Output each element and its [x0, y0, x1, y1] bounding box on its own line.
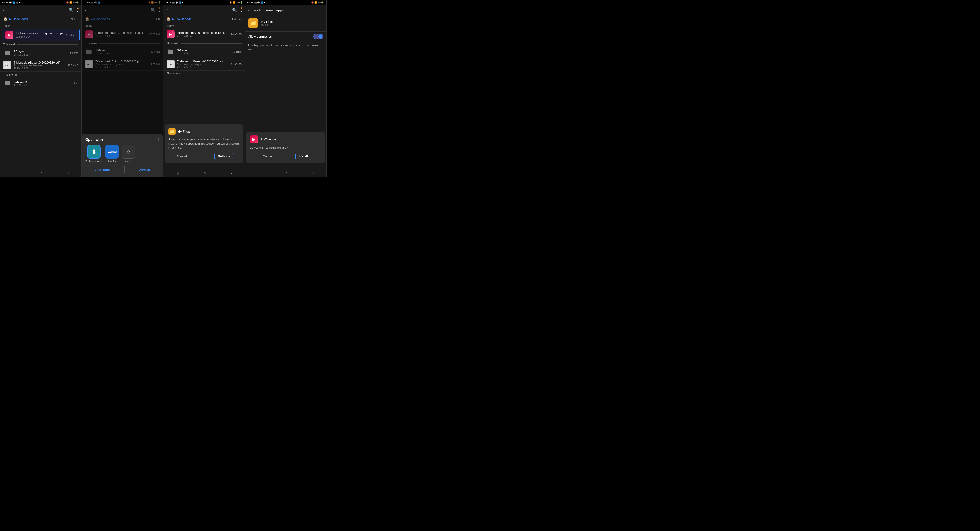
open-with-buttons: Just once Always	[85, 166, 159, 173]
pdf-size-1: 11.33 MB	[68, 64, 78, 67]
jio-install-dialog: ▶ JioCinema Do you want to install this …	[247, 132, 325, 163]
apkextract-item-1[interactable]: Apk extract 15 Feb 20:15 1 item	[0, 77, 81, 89]
pdf-date-1: 22 Feb 22:02	[14, 67, 68, 70]
terabox-option[interactable]: 1024GB TeraBox	[105, 145, 119, 163]
nav-recents-1[interactable]: |||	[13, 171, 15, 175]
myfiles-app-name: My Files	[261, 20, 273, 24]
pdf-item-3[interactable]: PDF 7-ManuskripBuku...0-20200320.pdf Fro…	[163, 58, 245, 70]
jio-play-icon-1: ▶	[8, 33, 11, 37]
jio-dialog-buttons: Cancel Install	[250, 153, 321, 160]
home-icon-3[interactable]: 🏠	[167, 17, 171, 21]
splayer-item-1[interactable]: SPlayer 24 Feb 23:01 30 items	[0, 47, 81, 59]
nav-bar-4: ||| ○ ‹	[245, 169, 326, 177]
back-button-1[interactable]: ‹	[3, 8, 5, 13]
status-icons-1: 🔕 📶 80%🔋	[66, 2, 79, 4]
home-icon-1[interactable]: 🏠	[3, 17, 8, 21]
myfiles-dialog-title: My Files	[177, 130, 190, 134]
jio-install-button[interactable]: Install	[295, 153, 311, 160]
downloads-label-1[interactable]: Downloads	[13, 17, 67, 21]
varlens-icon: ◇	[122, 145, 135, 159]
nav-home-3[interactable]: ○	[204, 171, 206, 175]
nav-back-1[interactable]: ‹	[68, 171, 69, 175]
security-dialog: 📁 My Files For your security, your phone…	[165, 124, 243, 163]
apkextract-info-1: Apk extract 15 Feb 20:15	[14, 80, 72, 86]
myfiles-app-icon: 📁	[248, 18, 258, 28]
status-bar-1: 01:05 💬 📘 📷 • 🔕 📶 80%🔋	[0, 0, 81, 5]
terabox-icon: 1024GB	[105, 145, 119, 159]
allow-permission-toggle[interactable]	[313, 34, 323, 39]
nav-bar-3: ||| ○ ‹	[163, 169, 245, 177]
just-once-button[interactable]: Just once	[90, 166, 114, 173]
apkextract-count-1: 1 item	[72, 82, 78, 85]
status-time-1: 01:05 💬 📘 📷 •	[2, 2, 20, 4]
section-month-1: This month	[0, 72, 81, 77]
downloads-label-3[interactable]: Downloads	[176, 17, 230, 21]
jio-file-item-1[interactable]: ▶ jiocinema-movies...-originals-bxr.apk …	[2, 29, 80, 41]
jio-file-icon-1: ▶	[5, 31, 13, 39]
nav-home-4[interactable]: ○	[285, 171, 288, 175]
toggle-knob	[318, 35, 322, 38]
install-unknown-back[interactable]: ‹	[248, 8, 250, 13]
jio-dialog-icon: ▶	[250, 135, 258, 144]
nav-recents-4[interactable]: |||	[258, 171, 260, 175]
permission-row: Allow permission	[245, 31, 326, 41]
myfiles-app-row: 📁 My Files 15.0.06.3	[245, 15, 326, 31]
panel-2: 01:05 📷 💬 📘 • 🔕 📶 80%🔋 ‹ 🔍 🏠 ▶	[82, 0, 163, 177]
jio-file-name-1: jiocinema-movies...-originals-bxr.apk	[16, 32, 65, 35]
nav-recents-3[interactable]: |||	[176, 171, 178, 175]
today-label-1: Today	[3, 24, 10, 27]
nav-bar-1: ||| ○ ‹	[0, 169, 81, 177]
top-icons-1: 🔍	[69, 8, 78, 13]
section-week-1: This week	[0, 41, 81, 47]
downloads-size-1: 1.76 GB	[68, 18, 78, 21]
package-installer-option[interactable]: ⬇ Package installer	[85, 145, 103, 163]
splayer-item-3[interactable]: SPlayer 24 Feb 23:01 30 items	[163, 46, 245, 58]
panel-4: 01:05 📷 💬 📘 • 🔕 📶 80%🔋 ‹ Install unknown…	[245, 0, 327, 177]
open-with-sheet: Open with ℹ ⬇ Package installer 1024GB T…	[82, 134, 163, 177]
security-dialog-buttons: Cancel | Settings	[168, 153, 240, 160]
app-options: ⬇ Package installer 1024GB TeraBox ◇ Var…	[85, 145, 159, 163]
security-settings-button[interactable]: Settings	[215, 153, 234, 160]
week-label-1: This week	[3, 43, 16, 46]
package-installer-label: Package installer	[85, 160, 103, 163]
install-unknown-top-bar: ‹ Install unknown apps	[245, 5, 326, 15]
nav-home-1[interactable]: ○	[40, 171, 43, 175]
jio-dialog-body: Do you want to install this app?	[250, 146, 321, 150]
splayer-info-1: SPlayer 24 Feb 23:01	[14, 50, 69, 56]
pdf-source-1: From: www.researchgate.net	[14, 64, 68, 67]
breadcrumb-arrow-1: ▶	[9, 18, 11, 21]
myfiles-icon-dialog: 📁	[168, 128, 176, 135]
security-dialog-body: For your security, your phone currently …	[168, 137, 240, 150]
nav-back-4[interactable]: ‹	[313, 171, 314, 175]
varlens-option[interactable]: ◇ Varlens	[122, 145, 135, 163]
package-installer-icon: ⬇	[87, 145, 101, 159]
security-cancel-button[interactable]: Cancel	[174, 153, 190, 159]
apkextract-icon-1	[3, 79, 11, 87]
section-today-1: Today	[0, 23, 81, 29]
install-unknown-warning: Installing apps from this source may put…	[245, 41, 326, 53]
pdf-info-1: 7-ManuskripBuku...0-20200320.pdf From: w…	[14, 61, 68, 70]
back-button-3[interactable]: ‹	[167, 8, 168, 13]
terabox-label: TeraBox	[108, 160, 116, 163]
section-line-month-1	[18, 75, 78, 75]
jio-file-item-3[interactable]: ▶ jiocinema-movies...-originals-bxr.apk …	[163, 29, 245, 40]
jio-cancel-button[interactable]: Cancel	[260, 153, 275, 159]
pdf-item-1[interactable]: PDF 7-ManuskripBuku...0-20200320.pdf Fro…	[0, 59, 81, 72]
splayer-count-1: 30 items	[69, 51, 78, 54]
allow-permission-label: Allow permission	[248, 35, 272, 38]
jio-file-info-1: jiocinema-movies...-originals-bxr.apk 27…	[16, 32, 65, 38]
install-unknown-title: Install unknown apps	[252, 8, 323, 12]
info-icon[interactable]: ℹ	[158, 137, 159, 142]
panel-1: 01:05 💬 📘 📷 • 🔕 📶 80%🔋 ‹ 🔍 🏠 ▶	[0, 0, 82, 177]
nav-back-3[interactable]: ‹	[231, 171, 232, 175]
top-bar-3: ‹ 🔍	[163, 5, 245, 15]
jio-file-size-1: 20.03 MB	[65, 33, 76, 36]
always-button[interactable]: Always	[135, 166, 154, 173]
search-icon-1[interactable]: 🔍	[69, 8, 74, 13]
notification-dot-1	[77, 8, 79, 9]
status-bar-4: 01:05 📷 💬 📘 • 🔕 📶 80%🔋	[245, 0, 326, 5]
jio-file-date-1: 27 Feb 01:04	[16, 35, 65, 38]
search-icon-3[interactable]: 🔍	[232, 8, 237, 13]
pdf-name-1: 7-ManuskripBuku...0-20200320.pdf	[14, 61, 64, 64]
top-bar-1: ‹ 🔍	[0, 5, 81, 15]
